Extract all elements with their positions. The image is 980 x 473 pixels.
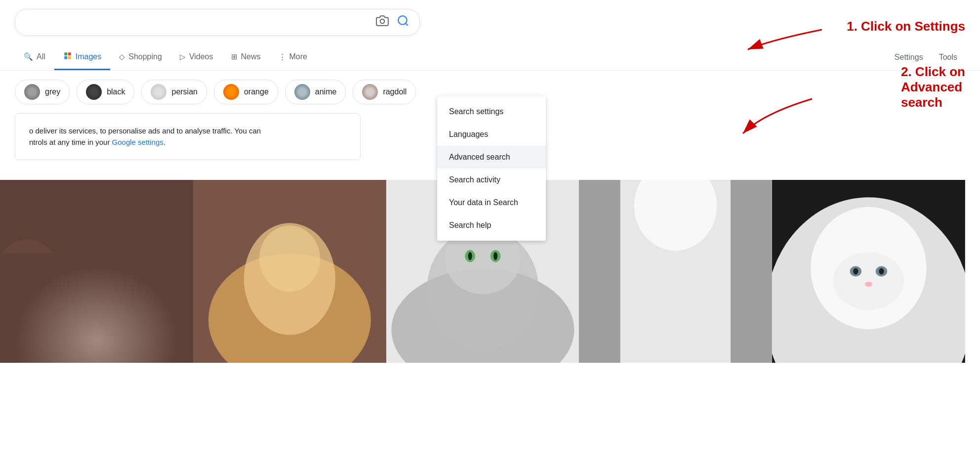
cat-image-golden[interactable]	[193, 180, 386, 363]
svg-point-36	[879, 268, 884, 274]
filter-chip-anime[interactable]: anime	[285, 80, 346, 104]
search-submit-icon[interactable]	[397, 14, 409, 30]
svg-point-1	[398, 16, 407, 24]
news-icon: ⊞	[231, 52, 238, 61]
videos-icon: ▷	[180, 52, 186, 61]
shopping-icon: ◇	[119, 52, 125, 61]
chip-label-black: black	[107, 87, 125, 96]
cat-image-brown[interactable]	[0, 180, 193, 363]
chip-avatar-orange	[223, 84, 239, 100]
search-bar-area: fluffy cat	[0, 0, 980, 44]
svg-point-15	[259, 225, 320, 292]
chip-avatar-persian	[151, 84, 166, 100]
image-col-4	[579, 180, 772, 363]
svg-point-9	[37, 254, 156, 353]
google-settings-link[interactable]: Google settings	[112, 138, 163, 146]
chip-label-ragdoll: ragdoll	[383, 87, 407, 96]
tab-shopping[interactable]: ◇ Shopping	[110, 45, 171, 70]
chip-label-orange: orange	[244, 87, 269, 96]
dropdown-search-settings[interactable]: Search settings	[437, 100, 546, 123]
image-col-5	[772, 180, 965, 363]
chip-avatar-ragdoll	[362, 84, 378, 100]
settings-button[interactable]: Settings	[887, 46, 931, 69]
svg-rect-7	[0, 180, 193, 363]
tab-more-label: More	[289, 52, 307, 61]
chip-label-persian: persian	[171, 87, 197, 96]
svg-rect-5	[64, 56, 67, 59]
more-icon: ⋮	[279, 52, 286, 61]
svg-line-2	[406, 23, 408, 26]
tab-all-label: All	[37, 52, 45, 61]
tab-videos[interactable]: ▷ Videos	[171, 45, 222, 70]
cookie-text-after: .	[163, 138, 165, 146]
tab-more[interactable]: ⋮ More	[270, 45, 316, 70]
all-icon: 🔍	[24, 52, 33, 61]
svg-point-23	[493, 252, 497, 260]
dropdown-search-help[interactable]: Search help	[437, 214, 546, 237]
cat-image-white-fluffy[interactable]	[772, 180, 965, 363]
filter-chip-persian[interactable]: persian	[141, 80, 206, 104]
svg-point-0	[380, 19, 385, 24]
settings-dropdown: Search settings Languages Advanced searc…	[437, 96, 546, 241]
chip-avatar-grey	[24, 84, 40, 100]
dropdown-advanced-search[interactable]: Advanced search	[437, 146, 546, 169]
tab-videos-label: Videos	[189, 52, 213, 61]
svg-rect-6	[68, 56, 71, 59]
filter-chip-ragdoll[interactable]: ragdoll	[353, 80, 416, 104]
tools-button[interactable]: Tools	[931, 46, 965, 69]
chip-label-anime: anime	[315, 87, 337, 96]
svg-point-10	[0, 239, 57, 299]
dropdown-languages[interactable]: Languages	[437, 123, 546, 146]
svg-point-11	[7, 264, 47, 294]
nav-right: Settings Tools	[887, 46, 965, 69]
image-col-1	[0, 180, 193, 363]
nav-tabs: 🔍 All Images ◇ Shopping ▷ Videos ⊞ News …	[0, 44, 980, 71]
chip-avatar-black	[86, 84, 102, 100]
image-col-2	[193, 180, 386, 363]
svg-rect-3	[64, 52, 67, 55]
svg-point-22	[468, 252, 472, 260]
chip-label-grey: grey	[45, 87, 60, 96]
search-input[interactable]: fluffy cat	[25, 16, 376, 29]
svg-rect-4	[68, 52, 71, 55]
tab-all[interactable]: 🔍 All	[15, 45, 54, 70]
search-box[interactable]: fluffy cat	[15, 9, 420, 36]
camera-search-icon[interactable]	[376, 14, 389, 30]
tab-news[interactable]: ⊞ News	[222, 45, 270, 70]
svg-point-32	[833, 252, 904, 310]
filter-chip-grey[interactable]: grey	[15, 80, 70, 104]
tab-images-label: Images	[76, 52, 101, 61]
tab-news-label: News	[241, 52, 261, 61]
svg-point-37	[865, 282, 873, 287]
tab-shopping-label: Shopping	[128, 52, 162, 61]
dropdown-your-data[interactable]: Your data in Search	[437, 191, 546, 214]
tab-images[interactable]: Images	[54, 44, 110, 70]
images-icon	[63, 51, 72, 62]
svg-point-8	[0, 254, 161, 363]
cookie-notice: o deliver its services, to personalise a…	[15, 113, 361, 160]
search-icons	[376, 14, 409, 30]
dropdown-search-activity[interactable]: Search activity	[437, 169, 546, 191]
svg-point-35	[853, 268, 858, 274]
cat-image-white-standing[interactable]	[579, 180, 772, 363]
filter-chip-orange[interactable]: orange	[214, 80, 278, 104]
filter-chip-black[interactable]: black	[77, 80, 134, 104]
chip-avatar-anime	[294, 84, 310, 100]
